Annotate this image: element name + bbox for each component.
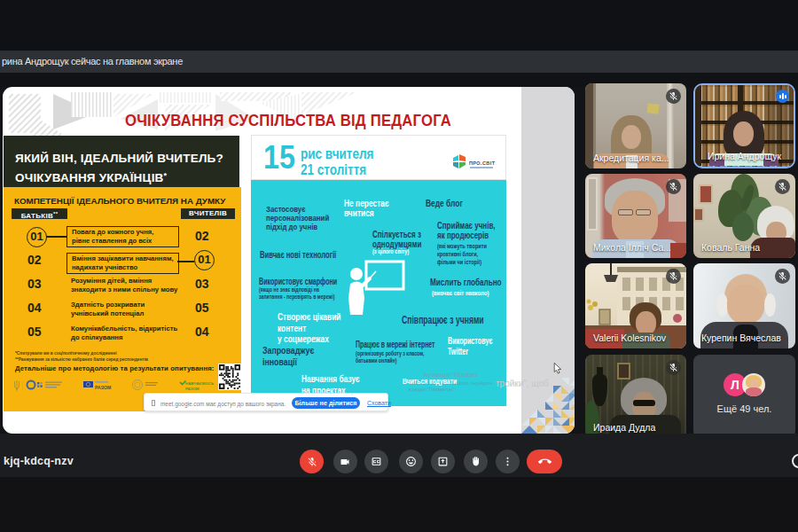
svg-text:НАВЧАЄМОСЬ: НАВЧАЄМОСЬ: [185, 381, 214, 386]
svg-text:РАЗОМ: РАЗОМ: [185, 387, 200, 391]
svg-text:РАЗОМ: РАЗОМ: [95, 385, 111, 390]
